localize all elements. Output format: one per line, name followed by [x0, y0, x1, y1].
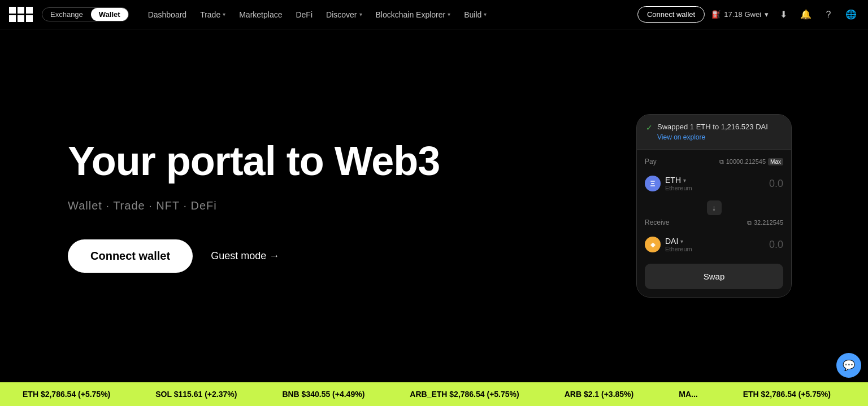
receive-label: Receive: [645, 219, 669, 226]
pay-balance: ⧉ 10000.212545 Max: [719, 158, 783, 165]
ticker-item-eth2: ETH $2,786.54 (+5.75%): [721, 390, 853, 399]
swap-button[interactable]: Swap: [645, 264, 783, 289]
eth-icon: Ξ: [645, 176, 661, 191]
receive-label-row: Receive ⧉ 32.212545: [645, 219, 783, 226]
phone-mockup-container: ✓ Swapped 1 ETH to 1,216.523 DAI View on…: [636, 114, 800, 298]
nav-discover[interactable]: Discover ▾: [320, 7, 367, 23]
svg-rect-3: [9, 15, 16, 22]
hero-subtitle: Wallet · Trade · NFT · DeFi: [68, 199, 602, 212]
dai-token-info: ◈ DAI ▾ Ethereum: [645, 237, 692, 252]
trade-chevron-icon: ▾: [223, 11, 225, 18]
ticker-item-arb-eth: ARB_ETH $2,786.54 (+5.75%): [387, 390, 541, 399]
notification-bell-icon[interactable]: 🔔: [798, 7, 814, 23]
nav-defi[interactable]: DeFi: [290, 7, 318, 23]
svg-rect-2: [26, 7, 33, 14]
download-icon[interactable]: ⬇: [775, 7, 791, 23]
gas-indicator[interactable]: ⛽ 17.18 Gwei ▾: [711, 10, 769, 19]
ticker-item-eth: ETH $2,786.54 (+5.75%): [0, 390, 133, 399]
chat-icon: 💬: [843, 359, 855, 372]
language-globe-icon[interactable]: 🌐: [843, 7, 859, 23]
svg-rect-4: [18, 15, 24, 22]
gas-value: 17.18 Gwei: [724, 10, 761, 19]
pay-label-row: Pay ⧉ 10000.212545 Max: [645, 158, 783, 165]
copy-receive-icon: ⧉: [747, 219, 752, 226]
dai-network-label: Ethereum: [665, 246, 692, 252]
nav-build[interactable]: Build ▾: [458, 7, 492, 23]
swap-direction-divider: ↓: [645, 197, 783, 219]
dai-token-row: ◈ DAI ▾ Ethereum 0.0: [645, 231, 783, 258]
pay-label: Pay: [645, 158, 657, 165]
view-on-explore-link[interactable]: View on explore: [657, 133, 768, 141]
phone-mockup: ✓ Swapped 1 ETH to 1,216.523 DAI View on…: [636, 114, 792, 298]
receive-balance: ⧉ 32.212545: [747, 219, 783, 226]
ticker-item-bnb: BNB $340.55 (+4.49%): [259, 390, 387, 399]
exchange-wallet-toggle: Exchange Wallet: [42, 7, 129, 21]
hero-title: Your portal to Web3: [68, 139, 602, 184]
ticker-item-arb: ARB $2.1 (+3.85%): [542, 390, 657, 399]
hero-connect-wallet-button[interactable]: Connect wallet: [68, 239, 193, 273]
nav-marketplace[interactable]: Marketplace: [233, 7, 288, 23]
eth-amount[interactable]: 0.0: [769, 178, 783, 190]
eth-token-name[interactable]: ETH ▾: [665, 176, 692, 185]
help-icon[interactable]: ?: [821, 7, 836, 23]
chat-bubble-button[interactable]: 💬: [836, 353, 861, 378]
svg-rect-0: [9, 7, 16, 14]
hero-actions: Connect wallet Guest mode →: [68, 239, 602, 273]
ticker-bar: ETH $2,786.54 (+5.75%) SOL $115.61 (+2.3…: [0, 382, 868, 406]
hero-left: Your portal to Web3 Wallet · Trade · NFT…: [68, 139, 636, 273]
max-button[interactable]: Max: [768, 158, 783, 165]
gas-pump-icon: ⛽: [711, 10, 721, 19]
dai-amount[interactable]: 0.0: [769, 239, 783, 251]
build-chevron-icon: ▾: [484, 11, 487, 18]
eth-token-details: ETH ▾ Ethereum: [665, 176, 692, 191]
success-checkmark-icon: ✓: [646, 123, 653, 132]
eth-network-label: Ethereum: [665, 185, 692, 191]
gas-chevron-icon: ▾: [765, 10, 769, 19]
exchange-toggle-btn[interactable]: Exchange: [42, 8, 91, 21]
svg-rect-1: [18, 7, 24, 14]
nav-links: Dashboard Trade ▾ Marketplace DeFi Disco…: [142, 7, 637, 23]
eth-dropdown-chevron-icon: ▾: [683, 177, 686, 184]
phone-notification: ✓ Swapped 1 ETH to 1,216.523 DAI View on…: [637, 115, 791, 150]
swap-direction-arrow-icon[interactable]: ↓: [707, 200, 722, 215]
notification-text: Swapped 1 ETH to 1,216.523 DAI: [657, 123, 768, 131]
eth-token-row: Ξ ETH ▾ Ethereum 0.0: [645, 170, 783, 197]
discover-chevron-icon: ▾: [359, 11, 362, 18]
guest-mode-link[interactable]: Guest mode →: [211, 250, 279, 262]
navbar: Exchange Wallet Dashboard Trade ▾ Market…: [0, 0, 868, 29]
explorer-chevron-icon: ▾: [448, 11, 450, 18]
ticker-content: ETH $2,786.54 (+5.75%) SOL $115.61 (+2.3…: [0, 390, 868, 399]
ticker-item-sol2: SOL $115.61 (+2.37%): [853, 390, 868, 399]
dai-dropdown-chevron-icon: ▾: [680, 238, 683, 245]
dai-token-name[interactable]: DAI ▾: [665, 237, 692, 246]
dai-token-details: DAI ▾ Ethereum: [665, 237, 692, 252]
nav-trade[interactable]: Trade ▾: [194, 7, 231, 23]
dai-icon: ◈: [645, 237, 661, 252]
nav-right: Connect wallet ⛽ 17.18 Gwei ▾ ⬇ 🔔 ? 🌐: [637, 6, 859, 23]
copy-icon: ⧉: [719, 158, 724, 165]
eth-token-info: Ξ ETH ▾ Ethereum: [645, 176, 692, 191]
ticker-item-sol: SOL $115.61 (+2.37%): [133, 390, 259, 399]
hero-section: Your portal to Web3 Wallet · Trade · NFT…: [0, 29, 868, 382]
svg-rect-5: [26, 15, 33, 22]
nav-blockchain-explorer[interactable]: Blockchain Explorer ▾: [370, 7, 457, 23]
connect-wallet-nav-button[interactable]: Connect wallet: [637, 6, 705, 23]
wallet-toggle-btn[interactable]: Wallet: [91, 8, 128, 21]
nav-dashboard[interactable]: Dashboard: [142, 7, 193, 23]
ticker-item-ma: MA...: [656, 390, 720, 399]
phone-swap-body: Pay ⧉ 10000.212545 Max Ξ ETH ▾: [637, 150, 791, 297]
okx-logo[interactable]: [9, 7, 33, 23]
